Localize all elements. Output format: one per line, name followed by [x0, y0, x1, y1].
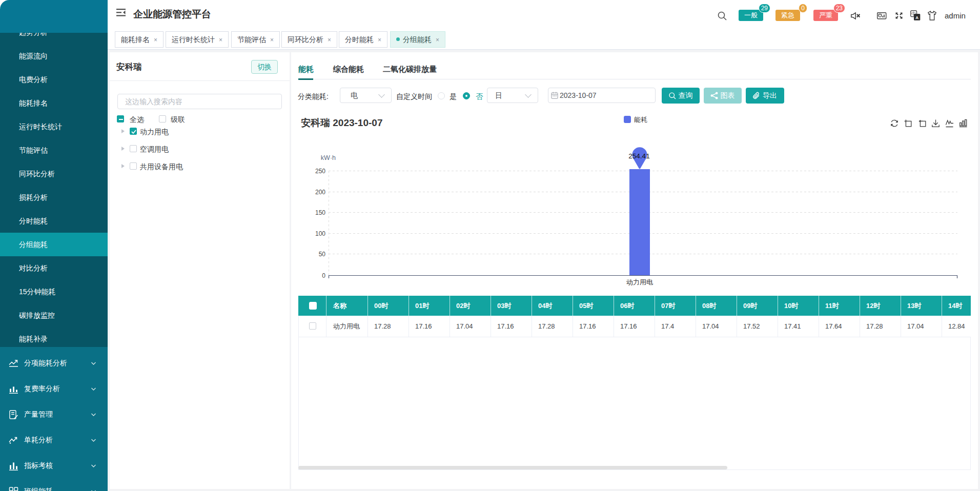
svg-text:动力用电: 动力用电: [626, 278, 653, 286]
svg-text:254.41: 254.41: [628, 152, 649, 160]
svg-text:A: A: [915, 15, 918, 20]
svg-text:250: 250: [315, 168, 325, 175]
svg-text:100: 100: [315, 230, 325, 237]
svg-text:kW·h: kW·h: [321, 154, 336, 161]
svg-text:能耗: 能耗: [634, 116, 647, 124]
svg-text:0: 0: [322, 272, 325, 279]
svg-text:安科瑞 2023-10-07: 安科瑞 2023-10-07: [301, 117, 382, 128]
svg-text:150: 150: [315, 209, 325, 216]
svg-text:50: 50: [319, 251, 326, 258]
svg-text:200: 200: [315, 189, 325, 196]
